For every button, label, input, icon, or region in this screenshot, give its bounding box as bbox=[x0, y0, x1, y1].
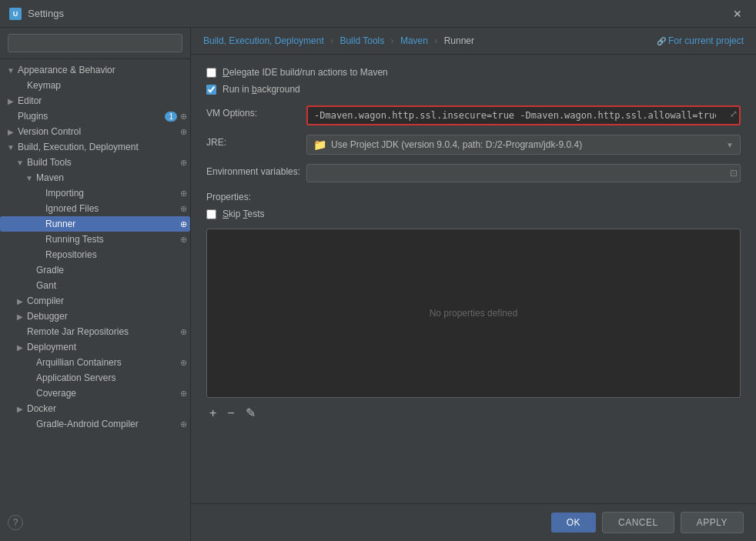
close-button[interactable]: ✕ bbox=[728, 6, 747, 22]
expand-icon: ▶ bbox=[6, 97, 15, 105]
env-var-input[interactable] bbox=[306, 164, 741, 182]
jre-value: Use Project JDK (version 9.0.4, path: D:… bbox=[331, 139, 582, 150]
env-var-container: ⊡ bbox=[306, 164, 741, 182]
ok-button[interactable]: OK bbox=[551, 513, 596, 533]
copy-icon[interactable]: ⊡ bbox=[730, 168, 738, 179]
sidebar-item-remote-jar-repositories[interactable]: Remote Jar Repositories ⊕ bbox=[0, 324, 190, 339]
jre-label: JRE: bbox=[206, 135, 306, 148]
sidebar-item-arquillian-containers[interactable]: Arquillian Containers ⊕ bbox=[0, 355, 190, 370]
expand-icon[interactable]: ⤢ bbox=[730, 109, 738, 119]
skip-tests-row: Skip Tests bbox=[206, 209, 741, 219]
sidebar-item-importing[interactable]: Importing ⊕ bbox=[0, 185, 190, 201]
vm-options-row: VM Options: ⤢ bbox=[206, 105, 741, 125]
vm-options-label: VM Options: bbox=[206, 105, 306, 119]
sidebar-item-maven[interactable]: ▼ Maven bbox=[0, 170, 190, 185]
sidebar-item-label: Repositories bbox=[45, 249, 190, 260]
skip-tests-checkbox[interactable] bbox=[206, 209, 216, 219]
sidebar-item-repositories[interactable]: Repositories bbox=[0, 247, 190, 262]
settings-icon: ⊕ bbox=[180, 158, 187, 168]
sidebar-item-ignored-files[interactable]: Ignored Files ⊕ bbox=[0, 201, 190, 216]
sidebar-item-label: Arquillian Containers bbox=[36, 357, 180, 368]
apply-button[interactable]: APPLY bbox=[681, 512, 744, 533]
delegate-label-underlined: D bbox=[222, 67, 229, 78]
expand-icon: ▶ bbox=[15, 405, 25, 413]
sidebar-item-label: Runner bbox=[45, 219, 180, 229]
run-background-checkbox[interactable] bbox=[206, 85, 216, 95]
jre-icon: 📁 bbox=[313, 139, 326, 151]
sidebar-item-label: Gant bbox=[36, 280, 190, 291]
expand-icon: ▶ bbox=[15, 297, 25, 306]
sidebar-item-label: Build Tools bbox=[27, 157, 180, 168]
sidebar-item-gant[interactable]: Gant bbox=[0, 278, 190, 293]
sidebar-item-application-servers[interactable]: Application Servers bbox=[0, 370, 190, 386]
breadcrumb-link-1[interactable]: Build Tools bbox=[340, 35, 384, 46]
properties-area: No properties defined bbox=[206, 229, 741, 398]
vm-options-input[interactable] bbox=[306, 105, 741, 125]
breadcrumb-link-0[interactable]: Build, Execution, Deployment bbox=[203, 35, 324, 46]
sidebar-item-running-tests[interactable]: Running Tests ⊕ bbox=[0, 232, 190, 247]
sidebar-item-appearance-behavior[interactable]: ▼ Appearance & Behavior bbox=[0, 62, 190, 78]
expand-icon: ▼ bbox=[6, 66, 15, 75]
skip-underlined: S bbox=[222, 209, 229, 219]
breadcrumb-link-2[interactable]: Maven bbox=[400, 35, 428, 46]
sidebar-item-build-tools[interactable]: ▼ Build Tools ⊕ bbox=[0, 155, 190, 170]
sidebar-item-label: Deployment bbox=[27, 342, 190, 352]
add-property-button[interactable]: + bbox=[206, 405, 219, 422]
sidebar-item-plugins[interactable]: Plugins 1 ⊕ bbox=[0, 109, 190, 124]
sidebar-item-label: Remote Jar Repositories bbox=[27, 326, 180, 337]
sidebar-item-deployment[interactable]: ▶ Deployment bbox=[0, 339, 190, 355]
properties-label: Properties: bbox=[206, 192, 741, 202]
vm-options-container: ⤢ bbox=[306, 105, 741, 125]
expand-icon: ▶ bbox=[6, 128, 15, 136]
breadcrumb-project-link[interactable]: 🔗 For current project bbox=[657, 35, 744, 46]
sidebar-item-gradle-android-compiler[interactable]: Gradle-Android Compiler ⊕ bbox=[0, 416, 190, 432]
sidebar-item-keymap[interactable]: Keymap bbox=[0, 78, 190, 93]
sidebar-item-gradle[interactable]: Gradle bbox=[0, 262, 190, 278]
sidebar-item-label: Plugins bbox=[18, 111, 165, 122]
sidebar-item-debugger[interactable]: ▶ Debugger bbox=[0, 309, 190, 324]
settings-copy-icon: ⊕ bbox=[180, 112, 187, 122]
settings-icon: ⊕ bbox=[180, 127, 187, 137]
app-icon: U bbox=[9, 8, 22, 20]
window-title: Settings bbox=[28, 8, 728, 19]
plugins-badge: 1 bbox=[165, 112, 177, 122]
jre-row: JRE: 📁 Use Project JDK (version 9.0.4, p… bbox=[206, 135, 741, 155]
sidebar-item-compiler[interactable]: ▶ Compiler bbox=[0, 293, 190, 309]
expand-icon: ▼ bbox=[25, 174, 34, 182]
settings-icon: ⊕ bbox=[180, 389, 187, 399]
project-link-text: For current project bbox=[668, 35, 744, 46]
settings-icon: ⊕ bbox=[180, 327, 187, 337]
edit-property-button[interactable]: ✎ bbox=[243, 404, 259, 422]
sidebar-item-label: Application Servers bbox=[36, 372, 190, 383]
sidebar-item-editor[interactable]: ▶ Editor bbox=[0, 93, 190, 109]
breadcrumb: Build, Execution, Deployment › Build Too… bbox=[191, 28, 756, 55]
sidebar-item-coverage[interactable]: Coverage ⊕ bbox=[0, 386, 190, 401]
settings-icon: ⊕ bbox=[180, 189, 187, 199]
sidebar-item-label: Build, Execution, Deployment bbox=[18, 142, 190, 152]
jre-select[interactable]: 📁 Use Project JDK (version 9.0.4, path: … bbox=[306, 135, 741, 155]
delegate-checkbox[interactable] bbox=[206, 68, 216, 78]
settings-icon: ⊕ bbox=[180, 204, 187, 214]
main-layout: ▼ Appearance & Behavior Keymap ▶ Editor … bbox=[0, 28, 756, 541]
sidebar-item-version-control[interactable]: ▶ Version Control ⊕ bbox=[0, 124, 190, 139]
settings-icon: ⊕ bbox=[180, 358, 187, 368]
sidebar-item-label: Version Control bbox=[18, 126, 180, 137]
sidebar-item-runner[interactable]: Runner ⊕ bbox=[0, 216, 190, 232]
project-link-icon: 🔗 bbox=[657, 37, 668, 45]
expand-icon: ▼ bbox=[6, 143, 15, 152]
properties-label-text: Properties: bbox=[206, 192, 251, 202]
sidebar-item-label: Gradle bbox=[36, 265, 190, 276]
sidebar-item-label: Ignored Files bbox=[45, 203, 180, 214]
search-input[interactable] bbox=[8, 34, 182, 52]
cancel-button[interactable]: CANCEL bbox=[602, 512, 674, 533]
env-vars-row: Environment variables: ⊡ bbox=[206, 164, 741, 182]
sidebar: ▼ Appearance & Behavior Keymap ▶ Editor … bbox=[0, 28, 191, 541]
sidebar-item-docker[interactable]: ▶ Docker bbox=[0, 401, 190, 416]
sidebar-item-label: Editor bbox=[18, 95, 190, 106]
help-button[interactable]: ? bbox=[8, 515, 23, 530]
sidebar-item-build-execution-deployment[interactable]: ▼ Build, Execution, Deployment bbox=[0, 139, 190, 155]
sidebar-tree: ▼ Appearance & Behavior Keymap ▶ Editor … bbox=[0, 59, 190, 541]
sidebar-item-label: Gradle-Android Compiler bbox=[36, 419, 180, 429]
title-bar: U Settings ✕ bbox=[0, 0, 756, 28]
remove-property-button[interactable]: − bbox=[224, 405, 237, 422]
